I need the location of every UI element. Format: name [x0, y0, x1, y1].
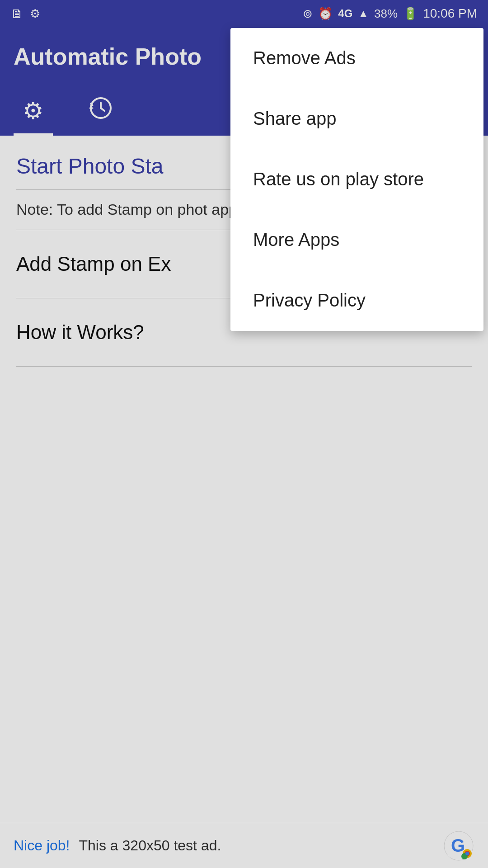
menu-item-remove-ads[interactable]: Remove Ads [230, 28, 483, 89]
menu-item-share-app[interactable]: Share app [230, 89, 483, 149]
dropdown-menu: Remove Ads Share app Rate us on play sto… [230, 28, 483, 331]
menu-item-privacy-policy[interactable]: Privacy Policy [230, 270, 483, 331]
menu-item-more-apps[interactable]: More Apps [230, 210, 483, 270]
menu-item-rate-us[interactable]: Rate us on play store [230, 149, 483, 210]
